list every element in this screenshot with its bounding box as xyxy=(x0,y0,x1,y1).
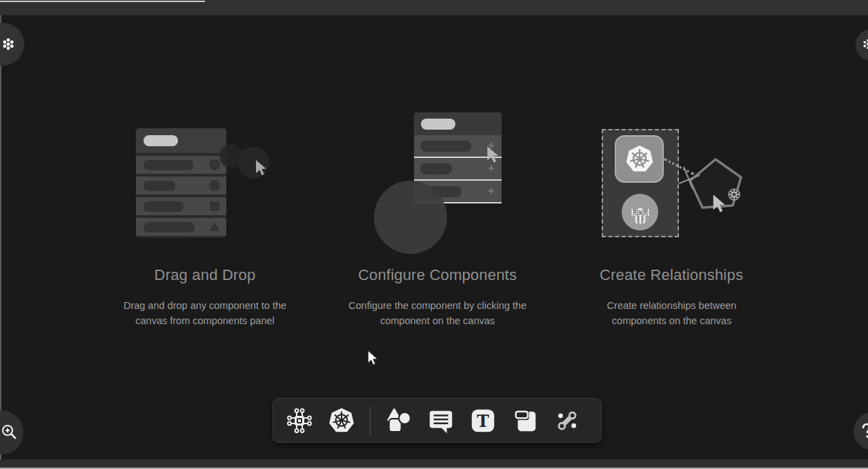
cursor-arrow xyxy=(485,145,502,164)
components-panel-illustration xyxy=(136,128,226,238)
link-icon xyxy=(553,406,582,435)
shapes-icon xyxy=(384,406,413,435)
bottom-bar xyxy=(0,459,868,468)
triangle-shape xyxy=(209,222,220,231)
mouse-cursor xyxy=(366,350,379,366)
step-description: Configure the component by clicking the … xyxy=(337,298,538,328)
panel-row xyxy=(136,177,226,194)
canvas-node-circle xyxy=(374,181,447,254)
step-title-configure-components: Configure Components xyxy=(327,266,548,284)
panel-header-pill xyxy=(421,119,455,130)
step-title-create-relationships: Create Relationships xyxy=(561,266,782,284)
step-title-drag-and-drop: Drag and Drop xyxy=(95,266,315,284)
kubernetes-icon xyxy=(326,405,357,437)
chip-network-icon xyxy=(284,406,315,436)
cursor-arrow xyxy=(254,159,269,177)
top-progress-line xyxy=(0,1,205,2)
kubernetes-tool-button[interactable] xyxy=(324,403,359,439)
panel-header-pill xyxy=(144,135,178,146)
text-tool-button[interactable]: T xyxy=(465,403,501,439)
kubernetes-component-tile xyxy=(615,135,664,183)
comment-icon xyxy=(426,406,455,435)
components-tool-button[interactable] xyxy=(282,403,317,439)
note-tool-button[interactable] xyxy=(507,403,543,439)
comment-tool-button[interactable] xyxy=(423,403,459,439)
top-bar xyxy=(0,0,868,15)
squid-mascot-icon xyxy=(627,198,654,227)
panel-row xyxy=(136,156,226,174)
panel-header xyxy=(136,128,226,153)
left-edge-line xyxy=(0,15,1,459)
plus-icon: + xyxy=(488,184,495,198)
canvas-toolbar: T xyxy=(273,398,602,443)
square-shape xyxy=(210,201,219,211)
squid-mascot-badge xyxy=(622,194,658,230)
sticky-note-icon xyxy=(511,406,540,435)
cursor-arrow xyxy=(711,193,729,214)
circle-shape xyxy=(209,180,220,191)
relationship-tool-button[interactable] xyxy=(549,403,585,439)
flower-icon xyxy=(862,39,868,50)
toolbar-divider xyxy=(370,406,371,435)
svg-text:T: T xyxy=(477,411,489,430)
kubernetes-icon xyxy=(622,142,657,177)
step-description: Drag and drop any component to the canva… xyxy=(115,298,295,328)
shapes-tool-button[interactable] xyxy=(381,403,417,439)
step-description: Create relationships between components … xyxy=(598,298,746,328)
panel-header xyxy=(414,112,502,135)
circle-shape xyxy=(209,159,220,170)
flower-icon xyxy=(2,38,14,50)
text-tool-icon: T xyxy=(468,406,497,435)
edge-handle-cross xyxy=(678,164,701,192)
panel-row xyxy=(136,197,226,215)
zoom-in-icon xyxy=(0,423,18,441)
panel-row xyxy=(136,218,226,236)
help-icon xyxy=(860,423,868,439)
